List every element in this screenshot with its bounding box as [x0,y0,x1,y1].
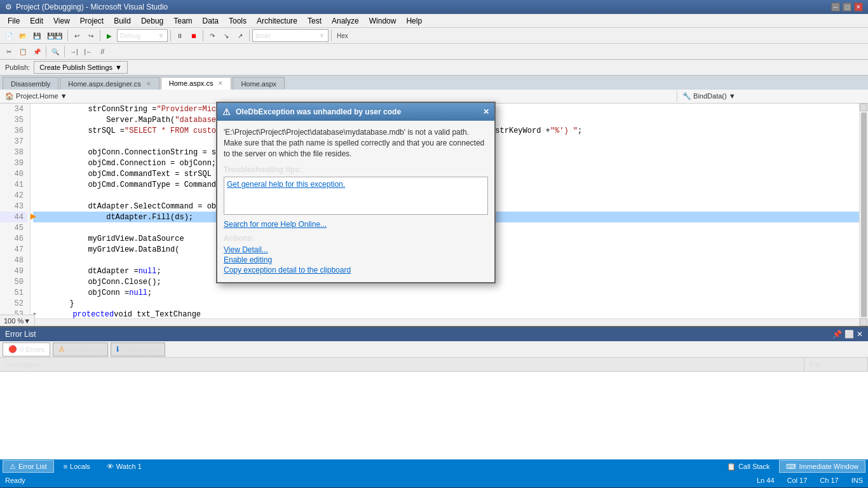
tab-home-aspx-cs[interactable]: Home.aspx.cs ✕ [161,77,232,90]
target-dropdown[interactable]: timer ▼ [252,29,329,42]
panel-close-btn[interactable]: ✕ [857,330,863,339]
file-col-header: File [804,358,868,371]
zoom-control[interactable]: 100 % ▼ [0,315,35,326]
restore-button[interactable]: ◻ [843,3,851,11]
menu-test[interactable]: Test [302,15,327,27]
status-ln: Ln 44 [757,477,775,484]
troubleshooting-tips-box[interactable]: Get general help for this exception. [224,177,488,215]
title-buttons: ─ ◻ ✕ [831,3,863,11]
menu-file[interactable]: File [3,15,25,27]
menu-edit[interactable]: Edit [25,15,48,27]
exception-title-bar: ⚠ OleDbException was unhandled by user c… [217,103,494,121]
tab-home-aspx[interactable]: Home.aspx [233,77,285,90]
status-text: Ready [5,477,747,484]
scroll-down-btn[interactable]: ▼ [860,318,867,326]
menu-window[interactable]: Window [364,15,402,27]
attach-btn[interactable]: ⏸ [173,29,186,42]
menu-tools[interactable]: Tools [224,15,252,27]
start-btn[interactable]: ▶ [103,29,116,42]
vs-icon: ⚙ [5,3,12,11]
troubleshooting-tips-title: Troubleshooting tips: [224,165,488,174]
call-stack-tab-label: Call Stack [738,463,770,470]
panel-pin-btn[interactable]: 📌 [832,330,842,339]
errors-tab[interactable]: 🔴 0 Errors [3,342,50,356]
save-all-btn[interactable]: 💾💾 [44,29,65,42]
view-detail-link[interactable]: View Detail... [224,245,488,254]
menu-analyze[interactable]: Analyze [327,15,364,27]
error-list-title: Error List [5,330,832,339]
stop-btn[interactable]: ⏹ [187,29,200,42]
tab-home-designer[interactable]: Home.aspx.designer.cs ✕ [60,77,159,90]
zoom-dropdown-icon[interactable]: ▼ [24,317,31,325]
menu-project[interactable]: Project [75,15,109,27]
tab-close-designer[interactable]: ✕ [146,81,151,87]
messages-tab-label: 0 Messages [121,346,159,353]
undo-btn[interactable]: ↩ [71,29,83,42]
status-col: Col 17 [787,477,808,484]
paste-btn[interactable]: 📌 [31,45,43,58]
menu-debug[interactable]: Debug [136,15,168,27]
cut-btn[interactable]: ✂ [3,45,15,58]
editor-scrollbar[interactable]: ▲ ▼ [859,104,868,326]
menu-view[interactable]: View [48,15,75,27]
debug-mode-dropdown[interactable]: Debug ▼ [117,29,168,42]
horizontal-scrollbar[interactable] [0,318,859,326]
sep8 [64,46,65,57]
comment-btn[interactable]: // [96,45,109,58]
search-help-link[interactable]: Search for more Help Online... [224,220,327,229]
warnings-tab-label: 0 Warnings [67,346,102,353]
messages-tab[interactable]: ℹ 0 Messages [111,342,165,356]
nav-method-dropdown[interactable]: 🔧 BindData() ▼ [677,91,868,102]
bottom-tab-locals[interactable]: ≡ Locals [57,460,97,473]
bottom-tab-call-stack[interactable]: 📋 Call Stack [720,460,777,473]
bottom-tab-error-list[interactable]: ⚠ Error List [3,460,54,473]
step-out-btn[interactable]: ↗ [234,29,247,42]
right-tool-tabs: 📋 Call Stack ⌨ Immediate Window [720,460,865,473]
step-over-btn[interactable]: ↷ [206,29,219,42]
search-help-section: Search for more Help Online... [224,220,488,229]
exception-message: 'E:\Project\Project\Project\database\myd… [224,127,488,159]
status-bar: Ready Ln 44 Col 17 Ch 17 INS [0,473,868,487]
menu-team[interactable]: Team [168,15,197,27]
hex-label[interactable]: Hex [334,29,351,42]
enable-editing-link[interactable]: Enable editing [224,255,488,264]
scroll-thumb[interactable] [861,112,867,317]
callstack-tab-icon: 📋 [727,463,736,471]
save-btn[interactable]: 💾 [31,29,43,42]
left-tool-tabs: ⚠ Error List ≡ Locals 👁 Watch 1 [3,460,149,473]
outdent-btn[interactable]: |← [82,45,95,58]
tab-disassembly[interactable]: Disassembly [3,77,58,90]
bottom-tab-watch1[interactable]: 👁 Watch 1 [100,460,149,473]
title-bar: ⚙ Project (Debugging) - Microsoft Visual… [0,0,868,14]
create-publish-settings-btn[interactable]: Create Publish Settings ▼ [34,61,128,74]
warnings-tab[interactable]: ⚠ 0 Warnings [53,342,108,356]
exception-close-btn[interactable]: ✕ [483,107,489,116]
redo-btn[interactable]: ↪ [85,29,97,42]
step-into-btn[interactable]: ↘ [220,29,233,42]
copy-btn[interactable]: 📋 [17,45,29,58]
menu-data[interactable]: Data [198,15,224,27]
bottom-tabs-bar: ⚠ Error List ≡ Locals 👁 Watch 1 📋 Call S… [0,459,868,473]
close-button[interactable]: ✕ [854,3,863,11]
menu-architecture[interactable]: Architecture [252,15,302,27]
menu-help[interactable]: Help [401,15,427,27]
error-icon: 🔴 [8,345,17,353]
copy-exception-link[interactable]: Copy exception detail to the clipboard [224,266,488,274]
nav-class-dropdown[interactable]: 🏠 Project.Home ▼ [0,91,677,102]
panel-float-btn[interactable]: ⬜ [844,330,854,339]
find-btn[interactable]: 🔍 [49,45,62,58]
menu-build[interactable]: Build [109,15,136,27]
open-btn[interactable]: 📂 [17,29,29,42]
get-general-help-link[interactable]: Get general help for this exception. [227,180,345,189]
scroll-up-btn[interactable]: ▲ [860,104,867,111]
sep5 [249,30,250,41]
tab-close-home-cs[interactable]: ✕ [218,80,223,86]
bottom-tab-immediate[interactable]: ⌨ Immediate Window [779,460,865,473]
info-icon: ℹ [116,345,119,353]
indent-btn[interactable]: →| [67,45,81,58]
exception-body: 'E:\Project\Project\Project\database\myd… [217,121,494,282]
new-project-btn[interactable]: 📄 [3,29,15,42]
sep4 [203,30,203,41]
sep6 [331,30,332,41]
minimize-button[interactable]: ─ [831,3,840,11]
